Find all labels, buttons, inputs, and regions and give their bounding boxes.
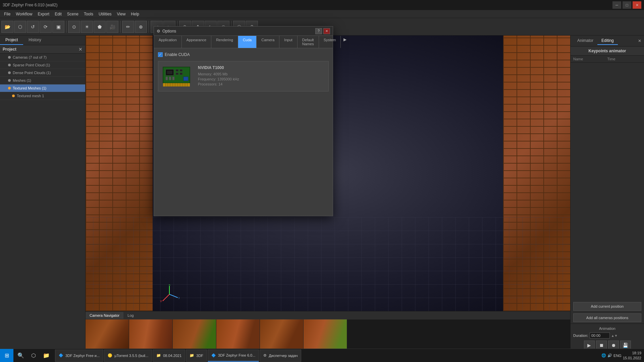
add-current-position-button[interactable]: Add current position bbox=[573, 302, 641, 311]
menu-view[interactable]: View bbox=[114, 11, 128, 17]
camera-strip bbox=[86, 319, 570, 353]
taskbar-app-zephyr1-label: 3DF Zephyr Free и... bbox=[65, 354, 100, 358]
camera-thumb-4[interactable] bbox=[216, 319, 260, 353]
dialog-expand-icon[interactable]: ▶ bbox=[341, 36, 349, 48]
cameras-dot bbox=[8, 56, 11, 59]
taskbar-explorer-icon[interactable]: 📁 bbox=[40, 350, 52, 362]
svg-rect-16 bbox=[172, 77, 174, 80]
menu-utilities[interactable]: Utilities bbox=[96, 11, 114, 17]
tool-point[interactable]: ⊙ bbox=[68, 21, 80, 33]
camera-thumb-6[interactable] bbox=[304, 319, 347, 353]
taskbar-start-button[interactable]: ⊞ bbox=[0, 349, 13, 362]
animation-title: Animation bbox=[573, 326, 641, 330]
dialog-tab-system[interactable]: System bbox=[319, 36, 341, 48]
taskbar-app-taskmanager-icon: ⚙ bbox=[263, 353, 267, 358]
tool-workflow[interactable]: ⬡ bbox=[14, 21, 26, 33]
panel-close-icon[interactable]: ✕ bbox=[78, 47, 83, 52]
taskbar-app-zephyr2-icon: 🔷 bbox=[211, 353, 216, 358]
menu-export[interactable]: Export bbox=[35, 11, 52, 17]
project-item-sparse[interactable]: Sparse Point Cloud (1) bbox=[0, 61, 85, 69]
dense-dot bbox=[8, 71, 11, 74]
project-item-cameras[interactable]: Cameras (7 out of 7) bbox=[0, 54, 85, 61]
tool-select[interactable]: ▣ bbox=[52, 21, 64, 33]
menu-edit[interactable]: Edit bbox=[52, 11, 64, 17]
dialog-tab-appearance[interactable]: Appearance bbox=[182, 36, 211, 48]
taskbar-app-folder1[interactable]: 📁 08.04.2021 bbox=[153, 350, 185, 362]
svg-rect-32 bbox=[183, 77, 188, 81]
taskbar-app-folder2-icon: 📁 bbox=[190, 353, 194, 358]
left-tabs: Project History bbox=[0, 36, 85, 45]
taskbar-app-folder2[interactable]: 📁 3DF bbox=[186, 350, 207, 362]
duration-spin-icon[interactable]: ▲▼ bbox=[611, 334, 618, 338]
taskbar-date-value: 15.01.2022 bbox=[623, 356, 641, 360]
taskbar-app-taskmanager[interactable]: ⚙ Диспетчер задач bbox=[260, 350, 301, 362]
taskbar-network-icon: 🌐 bbox=[601, 353, 606, 358]
tab-project[interactable]: Project bbox=[0, 36, 23, 45]
camera-thumb-3[interactable] bbox=[173, 319, 216, 353]
dialog-tab-application[interactable]: Application bbox=[154, 36, 182, 48]
gpu-name: NVIDIA T1000 bbox=[198, 65, 239, 70]
project-item-mesh1[interactable]: Textured mesh 1 bbox=[0, 92, 85, 100]
taskbar-search-icon[interactable]: 🔍 bbox=[15, 350, 27, 362]
dialog-tab-camera[interactable]: Camera bbox=[257, 36, 279, 48]
project-item-textured-meshes[interactable]: Textured Meshes (1) bbox=[0, 84, 85, 92]
camera-thumb-2[interactable] bbox=[129, 319, 173, 353]
menu-tools[interactable]: Tools bbox=[81, 11, 96, 17]
tool-light[interactable]: ☀ bbox=[81, 21, 93, 33]
minimize-button[interactable]: ─ bbox=[612, 1, 621, 9]
taskbar-app-zephyr1[interactable]: 🔷 3DF Zephyr Free и... bbox=[55, 350, 103, 362]
taskbar-app-utorrent[interactable]: 🟡 µTorrent 3.5.5 (buil... bbox=[104, 350, 152, 362]
tool-add[interactable]: ⊕ bbox=[135, 21, 147, 33]
dialog-help-button[interactable]: ? bbox=[315, 28, 322, 34]
tab-editing[interactable]: Editing bbox=[597, 37, 618, 45]
duration-input[interactable] bbox=[590, 333, 610, 339]
taskbar-app-taskmanager-label: Диспетчер задач bbox=[269, 354, 298, 358]
taskbar-taskview-icon[interactable]: ⬡ bbox=[28, 350, 40, 362]
tab-animator[interactable]: Animator bbox=[573, 37, 597, 45]
taskbar-app-zephyr2[interactable]: 🔷 3DF Zephyr Free 6.0... bbox=[208, 350, 259, 362]
right-panel-close-icon[interactable]: ✕ bbox=[638, 39, 641, 43]
tab-log[interactable]: Log bbox=[123, 312, 138, 319]
camera-thumb-5[interactable] bbox=[260, 319, 304, 353]
animation-section: Animation Duration: ▲▼ ▶ ⏹ ⏺ 💾 bbox=[571, 323, 644, 353]
tool-camera[interactable]: 🎥 bbox=[106, 21, 118, 33]
dialog-tab-defaultnames[interactable]: Default Names bbox=[298, 36, 319, 48]
dialog-tab-cuda[interactable]: Cuda bbox=[238, 36, 257, 48]
close-button[interactable]: ✕ bbox=[633, 1, 641, 9]
taskbar-clock: 18:19 15.01.2022 bbox=[623, 351, 641, 360]
taskbar-app-folder1-icon: 📁 bbox=[156, 353, 161, 358]
menu-bar: File Workflow Export Edit Scene Tools Ut… bbox=[0, 10, 644, 18]
taskbar-apps: 🔷 3DF Zephyr Free и... 🟡 µTorrent 3.5.5 … bbox=[54, 350, 599, 362]
enable-cuda-checkbox[interactable]: ✓ bbox=[158, 52, 163, 57]
menu-file[interactable]: File bbox=[1, 11, 13, 17]
restore-button[interactable]: □ bbox=[623, 1, 631, 9]
dialog-close-button[interactable]: ✕ bbox=[323, 28, 330, 34]
add-all-cameras-button[interactable]: Add all cameras positions bbox=[573, 313, 641, 322]
menu-scene[interactable]: Scene bbox=[64, 11, 81, 17]
taskbar-system-icons: 🔍 ⬡ 📁 bbox=[13, 350, 54, 362]
axes-indicator: X Z Y bbox=[159, 284, 179, 304]
dialog-tab-input[interactable]: Input bbox=[279, 36, 297, 48]
textured-meshes-dot bbox=[8, 87, 11, 89]
svg-rect-13 bbox=[180, 73, 182, 75]
left-panel: Project History Project ✕ Cameras (7 out… bbox=[0, 36, 86, 353]
tab-history[interactable]: History bbox=[23, 36, 46, 45]
tool-mesh[interactable]: ⬟ bbox=[94, 21, 106, 33]
panel-header: Project ✕ bbox=[0, 45, 85, 54]
menu-workflow[interactable]: Workflow bbox=[13, 11, 35, 17]
tool-redo[interactable]: ⟳ bbox=[40, 21, 52, 33]
menu-help[interactable]: Help bbox=[128, 11, 142, 17]
tool-draw[interactable]: ✏ bbox=[122, 21, 134, 33]
taskbar-app-zephyr1-icon: 🔷 bbox=[59, 353, 63, 358]
tool-open[interactable]: 📂 bbox=[1, 21, 13, 33]
project-item-meshes[interactable]: Meshes (1) bbox=[0, 77, 85, 84]
camera-thumb-1[interactable] bbox=[86, 319, 129, 353]
tab-camera-navigator[interactable]: Camera Navigator bbox=[86, 312, 123, 319]
keypoints-time-col: Time bbox=[607, 57, 642, 61]
options-dialog: ⚙ Options ? ✕ Application Appearance Ren… bbox=[154, 26, 333, 216]
dialog-tab-rendering[interactable]: Rendering bbox=[211, 36, 238, 48]
gpu-memory: Memory: 4095 Mb bbox=[198, 72, 239, 76]
svg-rect-11 bbox=[180, 69, 182, 71]
project-item-dense[interactable]: Dense Point Clouds (1) bbox=[0, 69, 85, 77]
tool-undo[interactable]: ↺ bbox=[27, 21, 39, 33]
